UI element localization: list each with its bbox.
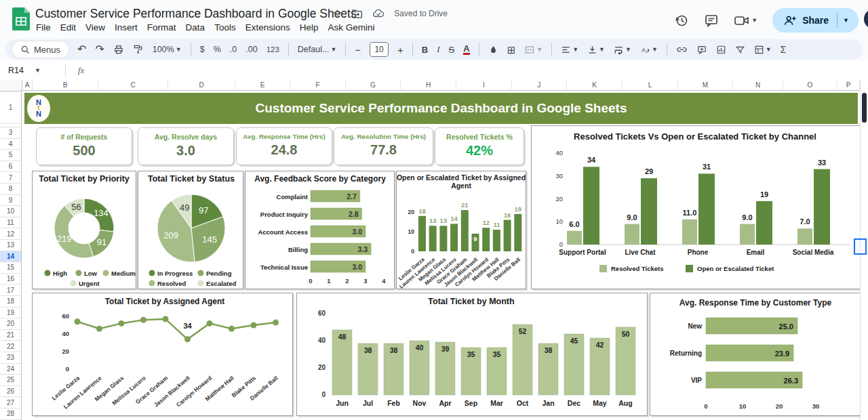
row-header-15[interactable]: 15 (0, 262, 22, 274)
row-header-21[interactable]: 21 (0, 330, 22, 341)
row-header-11[interactable]: 11 (0, 217, 22, 229)
column-header-I[interactable]: I (456, 80, 512, 91)
redo-button[interactable]: ↷ (95, 44, 104, 55)
print-button[interactable] (113, 44, 124, 55)
column-header-L[interactable]: L (623, 80, 678, 91)
column-header-A[interactable]: A (22, 80, 33, 91)
account-avatar[interactable] (864, 9, 868, 29)
row-header-17[interactable]: 17 (0, 285, 22, 296)
insert-link-button[interactable] (676, 45, 688, 55)
row-header-25[interactable]: 25 (0, 375, 22, 386)
italic-button[interactable]: I (437, 44, 439, 55)
insert-chart-button[interactable] (716, 45, 726, 55)
menu-item-help[interactable]: Help (295, 21, 323, 34)
column-header-C[interactable]: C (98, 80, 168, 91)
row-header-19[interactable]: 19 (0, 308, 22, 319)
meet-video-button[interactable]: ▼ (734, 13, 757, 28)
row-header-27[interactable]: 27 (0, 397, 22, 408)
column-header-B[interactable]: B (33, 80, 98, 91)
zoom-control[interactable]: 100% ▼ (153, 45, 182, 54)
channel-grouped-chart[interactable]: Resolved Tickets Vs Open or Escalated Ti… (531, 125, 861, 289)
share-button[interactable]: Share ▼ (772, 8, 859, 33)
decrease-decimals-button[interactable]: .0 (230, 45, 237, 54)
name-box[interactable]: R14 ▼ (0, 66, 61, 75)
row-header-22[interactable]: 22 (0, 341, 22, 352)
version-history-icon[interactable] (674, 13, 689, 28)
menu-item-insert[interactable]: Insert (110, 21, 142, 34)
format-currency-button[interactable]: $ (200, 45, 205, 54)
month-bar-chart[interactable]: Total Ticket by Month020406048Jun38Jul38… (296, 293, 648, 416)
decrease-font-size-button[interactable]: − (355, 44, 361, 56)
customer-type-chart[interactable]: Avg. Response Time by Customer TypeNew25… (650, 293, 861, 416)
scrollbar-thumb[interactable] (862, 93, 867, 123)
column-header-H[interactable]: H (401, 80, 456, 91)
row-header-24[interactable]: 24 (0, 364, 22, 375)
column-header-F[interactable]: F (290, 80, 346, 91)
menu-item-extensions[interactable]: Extensions (241, 21, 295, 34)
menu-item-edit[interactable]: Edit (56, 21, 81, 34)
menu-item-ask-gemini[interactable]: Ask Gemini (323, 21, 379, 34)
strikethrough-button[interactable]: S (449, 45, 455, 55)
row-header-12[interactable]: 12 (0, 228, 22, 240)
column-header-J[interactable]: J (512, 80, 567, 91)
row-header-18[interactable]: 18 (0, 296, 22, 308)
row-header-16[interactable]: 16 (0, 274, 22, 285)
functions-button[interactable]: Σ (781, 44, 787, 55)
column-header-K[interactable]: K (567, 80, 623, 91)
row-header-10[interactable]: 10 (0, 206, 22, 217)
agent-open-bar-chart[interactable]: Open or Escalated Ticket by AssignedAgen… (396, 171, 526, 289)
menu-item-file[interactable]: File (31, 21, 56, 34)
row-header-8[interactable]: 8 (0, 184, 22, 195)
column-header-O[interactable]: O (783, 80, 837, 91)
row-header-9[interactable]: 9 (0, 195, 22, 207)
column-header-D[interactable]: D (168, 80, 235, 91)
select-all-corner[interactable] (0, 80, 22, 91)
comments-icon[interactable] (704, 13, 719, 28)
font-size-input[interactable]: 10 (370, 42, 389, 57)
priority-donut-chart[interactable]: Total Ticket by Priority1349121956HighLo… (32, 171, 136, 289)
merge-cells-button[interactable]: ▼ (524, 45, 542, 55)
horizontal-align-button[interactable]: ▼ (561, 45, 578, 55)
row-header-5[interactable]: 5 (0, 150, 22, 161)
column-header-N[interactable]: N (733, 80, 783, 91)
vertical-align-button[interactable]: ▼ (587, 45, 605, 55)
column-header-M[interactable]: M (678, 80, 733, 91)
text-wrap-button[interactable]: ▼ (614, 45, 631, 55)
row-header-26[interactable]: 26 (0, 386, 22, 398)
bold-button[interactable]: B (422, 45, 428, 55)
feedback-bar-chart[interactable]: Avg. Feedback Score by CategoryComplaint… (245, 171, 395, 289)
row-header-28[interactable]: 28 (0, 408, 22, 420)
menu-item-view[interactable]: View (81, 21, 110, 34)
borders-button[interactable]: ⊞ (507, 45, 516, 55)
row-header-3[interactable]: 3 (0, 127, 22, 139)
row-header-23[interactable]: 23 (0, 352, 22, 364)
increase-decimals-button[interactable]: .00 (245, 45, 257, 54)
column-header-P[interactable]: P (837, 80, 860, 91)
column-header-G[interactable]: G (346, 80, 401, 91)
star-icon[interactable]: ☆ (332, 8, 342, 19)
menu-item-tools[interactable]: Tools (210, 21, 241, 34)
menus-search-button[interactable]: Menus (12, 41, 68, 58)
row-header-4[interactable]: 4 (0, 139, 22, 150)
agent-line-chart[interactable]: Total Ticket by Assigned Agent0204060Les… (32, 293, 293, 416)
format-percent-button[interactable]: % (214, 45, 221, 54)
row-header-7[interactable]: 7 (0, 172, 22, 184)
row-header-6[interactable]: 6 (0, 161, 22, 173)
undo-button[interactable]: ↶ (77, 44, 86, 55)
row-header-1[interactable]: 1 (0, 91, 22, 124)
paint-format-button[interactable] (133, 44, 144, 55)
share-dropdown-icon[interactable]: ▼ (843, 17, 849, 24)
menu-item-format[interactable]: Format (142, 21, 181, 34)
increase-font-size-button[interactable]: + (397, 44, 403, 56)
more-formats-button[interactable]: 123 (267, 45, 279, 54)
insert-comment-button[interactable] (696, 45, 707, 55)
text-rotation-button[interactable]: A ▼ (640, 45, 658, 55)
font-family-select[interactable]: Defaul... ▼ (298, 45, 336, 54)
menu-item-data[interactable]: Data (181, 21, 210, 34)
row-header-13[interactable]: 13 (0, 240, 22, 251)
text-color-button[interactable]: A (463, 44, 469, 55)
row-header-20[interactable]: 20 (0, 318, 22, 330)
status-pie-chart[interactable]: Total Ticket by Status9714520949In Progr… (138, 171, 243, 289)
row-header-14[interactable]: 14 (0, 251, 22, 263)
create-filter-button[interactable] (735, 45, 745, 55)
